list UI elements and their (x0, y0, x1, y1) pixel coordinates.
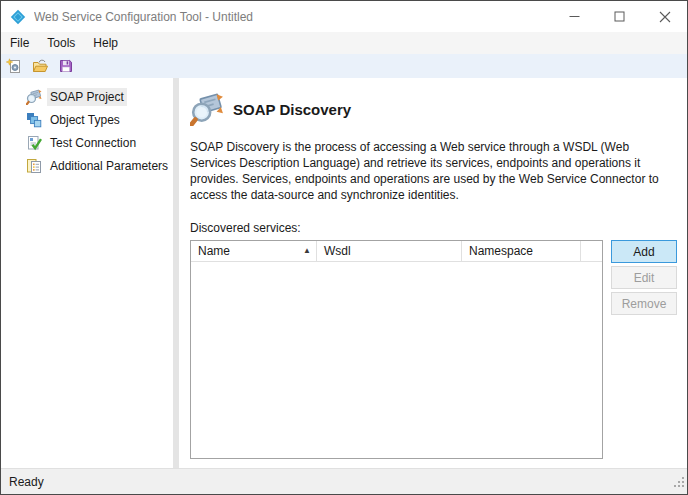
table-header-row: Name ▲ Wsdl Namespace (191, 241, 602, 262)
content-area: SOAP Project Object Types Test C (1, 78, 687, 468)
discovered-services-table: Name ▲ Wsdl Namespace (190, 240, 603, 459)
menu-item-file[interactable]: File (1, 33, 38, 53)
close-button[interactable] (642, 1, 687, 32)
column-header-name[interactable]: Name ▲ (191, 241, 317, 261)
page-description: SOAP Discovery is the process of accessi… (190, 139, 677, 203)
column-header-wsdl[interactable]: Wsdl (317, 241, 462, 261)
open-project-button[interactable] (30, 56, 50, 76)
maximize-button[interactable] (597, 1, 642, 32)
sidebar-item-label: Additional Parameters (47, 157, 171, 175)
sidebar-item-test-connection[interactable]: Test Connection (1, 131, 173, 154)
table-actions: Add Edit Remove (611, 240, 677, 459)
resize-grip-icon[interactable] (672, 476, 685, 492)
soap-project-icon (26, 89, 42, 105)
status-text: Ready (9, 475, 44, 489)
services-section: Name ▲ Wsdl Namespace Add (190, 240, 677, 459)
app-icon (10, 9, 26, 25)
page-header: SOAP Discovery (190, 92, 677, 126)
column-label: Namespace (469, 244, 533, 258)
table-body-empty (191, 262, 602, 458)
remove-button[interactable]: Remove (611, 292, 677, 315)
minimize-button[interactable] (552, 1, 597, 32)
menu-item-tools[interactable]: Tools (38, 33, 84, 53)
save-project-icon (58, 58, 74, 74)
sidebar-nav: SOAP Project Object Types Test C (1, 78, 173, 468)
sidebar-item-object-types[interactable]: Object Types (1, 108, 173, 131)
new-project-button[interactable] (4, 56, 24, 76)
new-project-icon (6, 58, 22, 74)
additional-parameters-icon (26, 158, 42, 174)
sidebar-item-label: Object Types (47, 111, 123, 129)
save-project-button[interactable] (56, 56, 76, 76)
column-header-namespace[interactable]: Namespace (462, 241, 581, 261)
main-panel: SOAP Discovery SOAP Discovery is the pro… (179, 78, 687, 468)
add-button[interactable]: Add (611, 240, 677, 263)
column-label: Wsdl (324, 244, 351, 258)
page-title: SOAP Discovery (233, 101, 351, 118)
sidebar-item-soap-project[interactable]: SOAP Project (1, 85, 173, 108)
toolbar (1, 54, 687, 78)
discovered-services-label: Discovered services: (190, 221, 677, 235)
title-bar: Web Service Configuration Tool - Untitle… (1, 1, 687, 32)
sidebar-item-label: Test Connection (47, 134, 139, 152)
window-title: Web Service Configuration Tool - Untitle… (34, 10, 552, 24)
column-label: Name (198, 244, 230, 258)
menu-bar: File Tools Help (1, 32, 687, 54)
sidebar-item-additional-parameters[interactable]: Additional Parameters (1, 154, 173, 177)
test-connection-icon (26, 135, 42, 151)
window-controls (552, 1, 687, 32)
column-header-filler (581, 241, 602, 261)
edit-button[interactable]: Edit (611, 266, 677, 289)
app-window: Web Service Configuration Tool - Untitle… (0, 0, 688, 495)
status-bar: Ready (1, 468, 687, 494)
menu-item-help[interactable]: Help (84, 33, 127, 53)
object-types-icon (26, 112, 42, 128)
sort-ascending-icon: ▲ (303, 247, 311, 255)
soap-discovery-icon (190, 92, 224, 126)
sidebar-item-label: SOAP Project (47, 88, 127, 106)
open-project-icon (32, 58, 48, 74)
